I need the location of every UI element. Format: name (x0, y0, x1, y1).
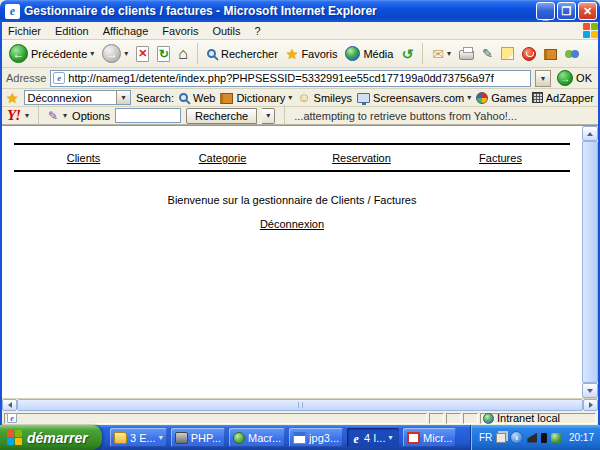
menu-aide[interactable]: ? (255, 25, 261, 37)
search-combo-value: Déconnexion (25, 92, 116, 104)
yahoo-search-dropdown[interactable]: ▾ (262, 108, 275, 124)
start-button[interactable]: démarrer (0, 425, 102, 450)
task-label: Micr... (423, 432, 452, 444)
research-button[interactable] (541, 46, 560, 61)
nav-link-clients[interactable]: Clients (14, 152, 153, 164)
browser-viewport: Clients Categorie Reservation Factures B… (2, 125, 598, 398)
favorites-star-icon: ★ (286, 46, 299, 62)
yahoo-messenger-button[interactable] (519, 46, 539, 62)
games-button[interactable]: Games (476, 92, 526, 104)
back-dropdown-icon[interactable]: ▾ (90, 49, 94, 58)
network-tray-icon[interactable] (527, 433, 537, 443)
yahoo-search-button[interactable]: Recherche (186, 108, 257, 124)
horizontal-scrollbar[interactable] (2, 398, 598, 411)
address-input[interactable]: e http://nameg1/detente/index.php?PHPSES… (50, 70, 531, 87)
menu-affichage[interactable]: Affichage (103, 25, 149, 37)
taskbar-button-jpg[interactable]: jpg3... (289, 428, 343, 447)
media-button[interactable]: Média (342, 45, 396, 62)
scroll-down-button[interactable] (582, 383, 598, 398)
horizontal-scroll-thumb[interactable] (17, 399, 583, 411)
menu-fichier[interactable]: Fichier (8, 25, 41, 37)
nav-link-reservation[interactable]: Reservation (292, 152, 431, 164)
history-button[interactable]: ↺ (398, 45, 416, 63)
status-panel (429, 413, 444, 424)
refresh-icon: ↻ (157, 46, 170, 62)
forward-dropdown-icon[interactable]: ▾ (124, 49, 128, 58)
mail-button[interactable]: ✉ ▾ (429, 45, 454, 63)
language-indicator[interactable]: FR (479, 432, 492, 443)
msn-messenger-button[interactable] (562, 46, 584, 62)
back-button[interactable]: ← Précédente ▾ (6, 43, 97, 64)
stop-button[interactable]: ✕ (133, 45, 152, 63)
nav-link-factures[interactable]: Factures (431, 152, 570, 164)
menu-favoris[interactable]: Favoris (162, 25, 198, 37)
logout-link[interactable]: Déconnexion (2, 218, 582, 230)
pencil-icon[interactable]: ✎ (48, 109, 58, 123)
go-icon: → (557, 70, 573, 86)
tray-window-icon[interactable] (496, 433, 506, 443)
smileys-button[interactable]: ☺ Smileys (297, 90, 352, 105)
address-dropdown-button[interactable]: ▾ (535, 70, 551, 87)
vertical-scroll-thumb[interactable] (582, 141, 598, 383)
search-combo-dropdown[interactable]: ▾ (116, 91, 130, 104)
phone-tray-icon[interactable] (541, 433, 547, 443)
yahoo-toolbar: Y! ▾ ✎ ▾ Options Recherche ▾ ...attempti… (2, 107, 598, 125)
taskbar-button-ie-group[interactable]: e 4 I... ▾ (347, 428, 399, 447)
mail-dropdown-icon[interactable]: ▾ (447, 49, 451, 58)
dictionary-dropdown-icon[interactable]: ▾ (288, 93, 292, 102)
toolbar-separator (38, 105, 39, 126)
window-body: Fichier Edition Affichage Favoris Outils… (0, 22, 600, 425)
edit-button[interactable]: ✎ (479, 45, 496, 62)
discuss-button[interactable] (498, 46, 517, 61)
toolbar-star-icon[interactable]: ★ (6, 90, 19, 106)
home-button[interactable]: ⌂ (175, 46, 191, 62)
toolbar-separator (197, 43, 198, 64)
adzapper-button[interactable]: AdZapper (532, 92, 594, 104)
nav-link-categorie[interactable]: Categorie (153, 152, 292, 164)
menu-outils[interactable]: Outils (212, 25, 240, 37)
favorites-label: Favoris (301, 48, 337, 60)
yahoo-dropdown-icon[interactable]: ▾ (25, 111, 29, 120)
vertical-scrollbar[interactable] (582, 126, 598, 398)
yahoo-status-text: ...attempting to retrieve buttons from Y… (294, 110, 517, 122)
print-button[interactable] (456, 46, 477, 61)
search-combo[interactable]: Déconnexion ▾ (24, 90, 131, 105)
go-button[interactable]: → OK (555, 70, 594, 86)
scroll-up-button[interactable] (582, 126, 598, 141)
taskbar-button-micro[interactable]: Micr... (403, 428, 456, 447)
menu-edition[interactable]: Edition (55, 25, 89, 37)
history-icon: ↺ (401, 46, 413, 62)
screensavers-button[interactable]: Screensavers.com ▾ (357, 92, 471, 104)
search-icon (207, 49, 216, 58)
forward-icon: → (102, 44, 121, 63)
maximize-button[interactable]: ❐ (557, 2, 576, 20)
status-main-panel: e (4, 413, 427, 424)
hide-icons-chevron[interactable]: ‹ (510, 431, 523, 444)
yahoo-search-input[interactable] (115, 108, 181, 123)
minimize-button[interactable]: _ (536, 2, 555, 20)
favorites-button[interactable]: ★ Favoris (283, 45, 341, 63)
taskbar-button-macromedia[interactable]: Macr... (229, 428, 285, 447)
taskbar-button-php[interactable]: PHP... (171, 428, 225, 447)
web-search-button[interactable]: Web (179, 92, 215, 104)
search-button[interactable]: Rechercher (204, 47, 281, 61)
taskbar: démarrer 3 E... ▾ PHP... Macr... jpg3...… (0, 425, 600, 450)
search-label: Rechercher (221, 48, 278, 60)
ie-window: e Gestionnaire de clients / factures - M… (0, 0, 600, 450)
close-button[interactable]: ✕ (578, 2, 597, 20)
refresh-button[interactable]: ↻ (154, 45, 173, 63)
scroll-right-button[interactable] (583, 399, 598, 411)
yahoo-logo-icon[interactable]: Y! (7, 107, 20, 124)
scroll-left-button[interactable] (2, 399, 17, 411)
menu-bar: Fichier Edition Affichage Favoris Outils… (2, 22, 598, 40)
edit-icon: ✎ (482, 46, 493, 61)
forward-button[interactable]: → ▾ (99, 43, 131, 64)
dictionary-button[interactable]: Dictionary ▾ (220, 91, 292, 104)
green-tray-icon[interactable] (551, 433, 561, 443)
screensavers-dropdown-icon[interactable]: ▾ (467, 93, 471, 102)
taskbar-clock[interactable]: 20:17 (569, 432, 594, 443)
taskbar-button-explorer-group[interactable]: 3 E... ▾ (110, 428, 167, 447)
options-label[interactable]: Options (72, 110, 110, 122)
pencil-dropdown-icon[interactable]: ▾ (63, 111, 67, 120)
folder-icon (114, 432, 127, 444)
